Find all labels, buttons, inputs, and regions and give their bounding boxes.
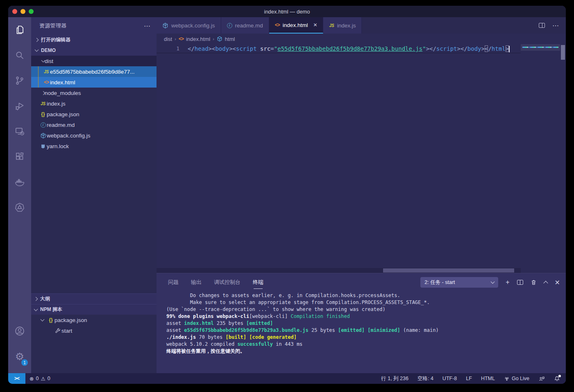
chevron-down-icon [35, 48, 39, 52]
info-icon: i [227, 23, 232, 28]
remote-indicator-button[interactable]: >< [8, 373, 25, 384]
error-icon: ⊗ [29, 376, 34, 382]
js-file-icon: JS [329, 23, 334, 28]
problems-status[interactable]: ⊗ 0 ⚠ 0 [29, 376, 50, 382]
accounts-icon[interactable] [8, 318, 31, 344]
html-file-icon: <> [44, 79, 49, 85]
titlebar: index.html — demo [8, 6, 566, 17]
npm-scripts-tree: {} package.json start [31, 315, 157, 373]
js-file-icon: JS [41, 101, 45, 106]
tree-item-index-js[interactable]: JS index.js [31, 98, 157, 109]
webpack-icon [39, 133, 47, 139]
html-file-icon: <> [179, 36, 184, 42]
npm-package-json[interactable]: {} package.json [31, 315, 157, 325]
more-actions-icon[interactable]: ⋯ [144, 22, 151, 30]
tab-readme[interactable]: i readme.md [221, 17, 269, 34]
kill-terminal-icon[interactable] [531, 279, 537, 286]
explorer-sidebar: 资源管理器 ⋯ 打开的编辑器 DEMO dist JS e55d5f675 [31, 17, 157, 373]
status-bar: >< ⊗ 0 ⚠ 0 行 1, 列 236 空格: 4 UTF-8 LF HTM… [8, 373, 566, 384]
breadcrumb-index-html[interactable]: index.html [186, 36, 210, 42]
indentation-status[interactable]: 空格: 4 [417, 375, 433, 382]
maximize-panel-icon[interactable] [543, 281, 548, 285]
notification-dot [558, 375, 561, 377]
line-number: 1 [157, 44, 179, 53]
text-cursor [509, 46, 510, 52]
split-editor-icon[interactable] [539, 23, 545, 28]
extensions-icon[interactable] [8, 144, 31, 169]
json-file-icon: {} [49, 317, 52, 323]
tab-problems[interactable]: 问题 [168, 273, 179, 291]
chevron-separator: › [213, 36, 214, 41]
symbol-cube-icon [217, 36, 222, 42]
tree-item-package-json[interactable]: {} package.json [31, 109, 157, 119]
breadcrumb-dist[interactable]: dist [164, 36, 172, 42]
tab-index-html[interactable]: <> index.html ✕ [269, 17, 324, 34]
npm-script-start[interactable]: start [31, 325, 157, 336]
open-editors-section[interactable]: 打开的编辑器 [31, 34, 157, 45]
docker-icon[interactable] [8, 169, 31, 195]
bundle-link[interactable]: e55d5f675bbabebd26f5b9d8e77b29a3.bundle.… [277, 45, 422, 52]
split-terminal-icon[interactable] [517, 280, 523, 285]
search-icon[interactable] [8, 43, 31, 68]
remote-explorer-icon[interactable] [8, 119, 31, 144]
kubernetes-icon[interactable] [8, 195, 31, 220]
tree-item-webpack-config[interactable]: webpack.config.js [31, 130, 157, 141]
settings-badge: 1 [21, 359, 28, 366]
chevron-down-icon [41, 318, 45, 322]
tree-item-readme-md[interactable]: i readme.md [31, 119, 157, 130]
chevron-down-icon [491, 280, 495, 284]
sidebar-title: 资源管理器 [39, 22, 144, 29]
vscode-window: index.html — demo [8, 6, 566, 384]
breadcrumb-html[interactable]: html [225, 36, 235, 42]
go-live-button[interactable]: Go Live [504, 376, 529, 381]
code-line-1: </head><body><script src="e55d5f675bbabe… [188, 44, 510, 53]
tab-terminal[interactable]: 终端 [253, 273, 263, 291]
activity-bar: ⚙ 1 [8, 17, 31, 373]
tree-item-dist[interactable]: dist [31, 56, 157, 66]
minimap[interactable] [521, 44, 560, 267]
settings-gear-icon[interactable]: ⚙ 1 [8, 344, 31, 369]
outline-section[interactable]: 大纲 [31, 293, 157, 304]
info-icon: i [41, 122, 46, 128]
tab-debug-console[interactable]: 调试控制台 [214, 273, 240, 291]
cursor-position-status[interactable]: 行 1, 列 236 [381, 375, 408, 382]
webpack-icon [162, 23, 168, 29]
tree-item-bundle-js[interactable]: JS e55d5f675bbabebd26f5b9d8e77... [31, 66, 157, 77]
indent-guide [38, 77, 39, 88]
close-tab-icon[interactable]: ✕ [313, 22, 317, 28]
eol-status[interactable]: LF [466, 376, 472, 381]
tree-item-yarn-lock[interactable]: yarn.lock [31, 141, 157, 151]
tree-item-node-modules[interactable]: node_modules [31, 88, 157, 98]
window-title: index.html — demo [8, 9, 566, 15]
json-file-icon: {} [41, 111, 45, 117]
tab-index-js[interactable]: JS index.js [323, 17, 362, 34]
tree-item-index-html[interactable]: <> index.html [31, 77, 157, 88]
npm-scripts-section[interactable]: NPM 脚本 [31, 304, 157, 315]
bottom-panel: 问题 输出 调试控制台 终端 2: 任务 - start + ✕ [157, 273, 566, 373]
wrench-icon [54, 328, 61, 333]
close-panel-icon[interactable]: ✕ [555, 279, 560, 286]
editor-group: webpack.config.js i readme.md <> index.h… [157, 17, 566, 373]
tab-webpack-config[interactable]: webpack.config.js [157, 17, 221, 34]
more-actions-icon[interactable]: ⋯ [552, 22, 559, 29]
terminal-output[interactable]: Do changes to assets earlier, e. g. in C… [157, 291, 566, 373]
code-editor[interactable]: 1 </head><body><script src="e55d5f675bba… [157, 44, 566, 273]
chevron-right-icon [35, 38, 39, 42]
language-mode-status[interactable]: HTML [481, 376, 495, 381]
new-terminal-icon[interactable]: + [506, 279, 509, 286]
feedback-icon[interactable] [538, 376, 545, 382]
terminal-selector-dropdown[interactable]: 2: 任务 - start [420, 277, 498, 288]
indent-guide [38, 66, 39, 77]
vertical-scrollbar[interactable] [561, 45, 565, 60]
encoding-status[interactable]: UTF-8 [442, 376, 457, 381]
tab-output[interactable]: 输出 [191, 273, 202, 291]
notifications-bell-icon[interactable] [554, 376, 560, 382]
horizontal-scrollbar[interactable] [383, 268, 514, 273]
workspace-root-section[interactable]: DEMO [31, 45, 157, 56]
run-debug-icon[interactable] [8, 93, 31, 119]
tab-bar: webpack.config.js i readme.md <> index.h… [157, 17, 566, 34]
broadcast-icon [504, 376, 510, 381]
chevron-right-icon [34, 297, 38, 301]
explorer-icon[interactable] [8, 17, 31, 43]
source-control-icon[interactable] [8, 68, 31, 93]
